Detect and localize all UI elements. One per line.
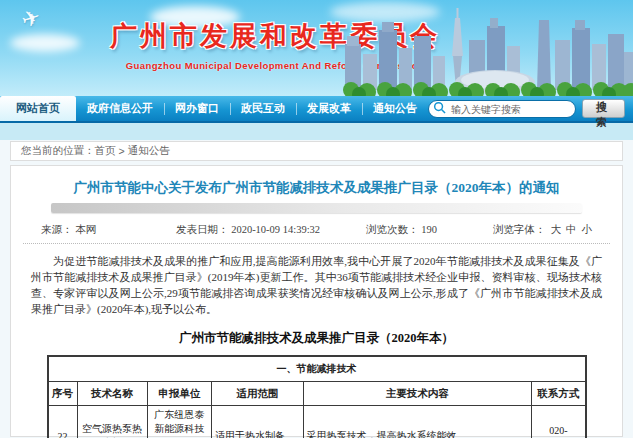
- spacer-band: [0, 123, 633, 140]
- nav-item-home[interactable]: 网站首页: [0, 96, 76, 121]
- col-header-org: 申报单位: [147, 382, 212, 406]
- table-section-header: 一、节能减排技术: [48, 356, 586, 382]
- article-title: 广州市节能中心关于发布广州市节能减排技术及成果推广目录（2020年本）的通知: [23, 166, 610, 197]
- search-icon: [433, 101, 446, 114]
- airplane-icon: ✈: [18, 4, 44, 34]
- cloud-decoration: [10, 34, 80, 52]
- font-size-large-button[interactable]: 大: [551, 223, 562, 237]
- cell-scope: 适用于热水制备: [212, 406, 303, 438]
- nav-item-notices[interactable]: 通知公告: [362, 96, 428, 121]
- nav-item-online-window[interactable]: 网办窗口: [164, 96, 230, 121]
- table-row: 22 空气源热泵热水机 广东纽恩泰新能源科技发展有限公司 适用于热水制备 采用热…: [48, 406, 586, 438]
- article-paragraph: 为促进节能减排技术及成果的推广和应用,提高能源利用效率,我中心开展了2020年节…: [23, 244, 610, 318]
- article-container: 广州市节能中心关于发布广州市节能减排技术及成果推广目录（2020年本）的通知 来…: [10, 165, 623, 437]
- search-button[interactable]: 搜 索: [582, 99, 625, 118]
- main-navigation: 网站首页 政府信息公开 网办窗口 政民互动 发展改革 通知公告 搜 索: [0, 96, 633, 123]
- col-header-scope: 适用范围: [212, 382, 303, 406]
- breadcrumb: 您当前的位置： 首页 > 通知公告: [10, 141, 623, 161]
- col-header-contact: 联系方式: [532, 382, 586, 406]
- article-meta: 来源： 本网 发表日期： 2020-10-09 14:39:32 浏览次数： 1…: [23, 213, 610, 244]
- cell-org: 广东纽恩泰新能源科技发展有限公司: [147, 406, 212, 438]
- font-size-medium-button[interactable]: 中: [566, 223, 577, 237]
- title-underline-bar: [51, 203, 582, 213]
- cell-contact: 020-86735922: [532, 406, 586, 438]
- nav-item-development[interactable]: 发展改革: [296, 96, 362, 121]
- city-skyline-graphic: [343, 6, 633, 96]
- breadcrumb-home-link[interactable]: 首页: [95, 144, 116, 158]
- meta-date: 发表日期： 2020-10-09 14:39:32: [176, 223, 366, 237]
- col-header-name: 技术名称: [77, 382, 147, 406]
- cell-no: 22: [48, 406, 78, 438]
- meta-views: 浏览次数： 190: [366, 223, 493, 237]
- nav-item-gov-info[interactable]: 政府信息公开: [76, 96, 164, 121]
- nav-item-interaction[interactable]: 政民互动: [230, 96, 296, 121]
- breadcrumb-separator: >: [119, 145, 125, 157]
- meta-font-label: 浏览字体：: [493, 223, 546, 237]
- catalog-title: 广州市节能减排技术及成果推广目录（2020年本）: [23, 330, 610, 347]
- breadcrumb-current-link[interactable]: 通知公告: [128, 144, 170, 158]
- col-header-content: 主要技术内容: [303, 382, 532, 406]
- meta-source: 来源： 本网: [41, 223, 176, 237]
- search-input[interactable]: [428, 100, 576, 118]
- cell-content: 采用热泵技术，提高热水系统能效。: [303, 406, 532, 438]
- col-header-no: 序号: [48, 382, 78, 406]
- header-banner: ✈ 广州市发展和改革委员会 Guangzhou Municipal Develo…: [0, 0, 633, 96]
- cell-name: 空气源热泵热水机: [77, 406, 147, 438]
- catalog-table: 一、节能减排技术 序号 技术名称 申报单位 适用范围 主要技术内容 联系方式 2…: [47, 355, 587, 438]
- font-size-small-button[interactable]: 小: [582, 223, 593, 237]
- breadcrumb-prefix: 您当前的位置：: [21, 144, 95, 158]
